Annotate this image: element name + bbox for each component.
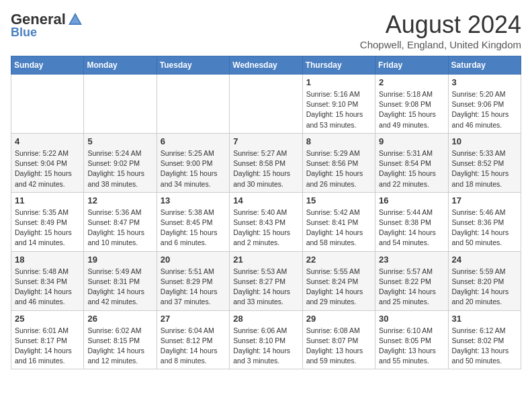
day-number: 1 [306, 77, 371, 87]
day-number: 27 [161, 314, 226, 324]
calendar-cell: 1Sunrise: 5:16 AM Sunset: 9:10 PM Daylig… [302, 75, 375, 134]
day-number: 13 [161, 195, 226, 205]
title-block: August 2024 Chopwell, England, United Ki… [360, 11, 521, 50]
day-number: 4 [15, 136, 80, 146]
location-subtitle: Chopwell, England, United Kingdom [360, 39, 521, 50]
day-number: 24 [452, 255, 517, 265]
day-detail: Sunrise: 5:51 AM Sunset: 8:29 PM Dayligh… [161, 267, 226, 308]
day-number: 23 [379, 255, 444, 265]
calendar-cell: 2Sunrise: 5:18 AM Sunset: 9:08 PM Daylig… [375, 75, 448, 134]
day-of-week-header: Monday [84, 56, 157, 75]
calendar-cell: 9Sunrise: 5:31 AM Sunset: 8:54 PM Daylig… [375, 133, 448, 192]
calendar-cell: 19Sunrise: 5:49 AM Sunset: 8:31 PM Dayli… [84, 251, 157, 310]
logo: General Blue [11, 11, 83, 40]
calendar-cell: 22Sunrise: 5:55 AM Sunset: 8:24 PM Dayli… [302, 251, 375, 310]
calendar-cell: 26Sunrise: 6:02 AM Sunset: 8:15 PM Dayli… [84, 310, 157, 369]
day-number: 17 [452, 195, 517, 205]
day-number: 16 [379, 195, 444, 205]
day-of-week-header: Friday [375, 56, 448, 75]
day-detail: Sunrise: 6:01 AM Sunset: 8:17 PM Dayligh… [15, 326, 80, 367]
day-number: 14 [233, 195, 298, 205]
day-of-week-header: Sunday [11, 56, 84, 75]
calendar-cell: 23Sunrise: 5:57 AM Sunset: 8:22 PM Dayli… [375, 251, 448, 310]
day-detail: Sunrise: 5:46 AM Sunset: 8:36 PM Dayligh… [452, 208, 517, 248]
day-detail: Sunrise: 5:18 AM Sunset: 9:08 PM Dayligh… [379, 89, 444, 130]
day-detail: Sunrise: 5:40 AM Sunset: 8:43 PM Dayligh… [233, 208, 298, 248]
day-detail: Sunrise: 5:16 AM Sunset: 9:10 PM Dayligh… [306, 89, 371, 130]
calendar-cell: 11Sunrise: 5:35 AM Sunset: 8:49 PM Dayli… [11, 192, 84, 251]
calendar-cell: 28Sunrise: 6:06 AM Sunset: 8:10 PM Dayli… [230, 310, 302, 369]
day-number: 19 [87, 255, 152, 265]
calendar-cell [11, 75, 84, 134]
day-number: 12 [87, 195, 152, 205]
calendar-cell [230, 75, 302, 134]
day-number: 31 [452, 314, 517, 324]
day-detail: Sunrise: 5:48 AM Sunset: 8:34 PM Dayligh… [15, 267, 80, 308]
day-detail: Sunrise: 5:25 AM Sunset: 9:00 PM Dayligh… [161, 148, 226, 189]
day-number: 22 [306, 255, 371, 265]
calendar-cell: 6Sunrise: 5:25 AM Sunset: 9:00 PM Daylig… [157, 133, 229, 192]
calendar-cell [157, 75, 229, 134]
calendar-cell: 31Sunrise: 6:12 AM Sunset: 8:02 PM Dayli… [448, 310, 521, 369]
calendar-cell: 7Sunrise: 5:27 AM Sunset: 8:58 PM Daylig… [230, 133, 302, 192]
day-detail: Sunrise: 6:08 AM Sunset: 8:07 PM Dayligh… [306, 326, 371, 367]
day-number: 2 [379, 77, 444, 87]
day-detail: Sunrise: 5:55 AM Sunset: 8:24 PM Dayligh… [306, 267, 371, 308]
calendar-cell: 15Sunrise: 5:42 AM Sunset: 8:41 PM Dayli… [302, 192, 375, 251]
day-number: 10 [452, 136, 517, 146]
day-number: 11 [15, 195, 80, 205]
day-number: 29 [306, 314, 371, 324]
day-detail: Sunrise: 5:57 AM Sunset: 8:22 PM Dayligh… [379, 267, 444, 308]
day-number: 20 [161, 255, 226, 265]
day-detail: Sunrise: 6:04 AM Sunset: 8:12 PM Dayligh… [161, 326, 226, 367]
logo-icon [67, 11, 83, 28]
day-detail: Sunrise: 5:24 AM Sunset: 9:02 PM Dayligh… [87, 148, 152, 189]
day-of-week-header: Saturday [448, 56, 521, 75]
day-number: 7 [233, 136, 298, 146]
calendar-cell: 21Sunrise: 5:53 AM Sunset: 8:27 PM Dayli… [230, 251, 302, 310]
day-number: 3 [452, 77, 517, 87]
calendar-cell: 8Sunrise: 5:29 AM Sunset: 8:56 PM Daylig… [302, 133, 375, 192]
day-detail: Sunrise: 5:20 AM Sunset: 9:06 PM Dayligh… [452, 89, 517, 130]
day-of-week-header: Thursday [302, 56, 375, 75]
day-number: 25 [15, 314, 80, 324]
day-number: 28 [233, 314, 298, 324]
calendar-cell: 29Sunrise: 6:08 AM Sunset: 8:07 PM Dayli… [302, 310, 375, 369]
day-detail: Sunrise: 5:44 AM Sunset: 8:38 PM Dayligh… [379, 208, 444, 248]
day-number: 9 [379, 136, 444, 146]
day-number: 6 [161, 136, 226, 146]
calendar-cell: 10Sunrise: 5:33 AM Sunset: 8:52 PM Dayli… [448, 133, 521, 192]
day-number: 30 [379, 314, 444, 324]
calendar-cell [84, 75, 157, 134]
page-header: General Blue August 2024 Chopwell, Engla… [11, 11, 521, 50]
day-detail: Sunrise: 5:59 AM Sunset: 8:20 PM Dayligh… [452, 267, 517, 308]
day-of-week-header: Wednesday [230, 56, 302, 75]
calendar-cell: 14Sunrise: 5:40 AM Sunset: 8:43 PM Dayli… [230, 192, 302, 251]
day-detail: Sunrise: 6:10 AM Sunset: 8:05 PM Dayligh… [379, 326, 444, 367]
calendar-cell: 5Sunrise: 5:24 AM Sunset: 9:02 PM Daylig… [84, 133, 157, 192]
logo-blue-text: Blue [11, 26, 37, 40]
day-number: 8 [306, 136, 371, 146]
calendar-cell: 17Sunrise: 5:46 AM Sunset: 8:36 PM Dayli… [448, 192, 521, 251]
day-detail: Sunrise: 5:33 AM Sunset: 8:52 PM Dayligh… [452, 148, 517, 189]
day-detail: Sunrise: 5:22 AM Sunset: 9:04 PM Dayligh… [15, 148, 80, 189]
day-detail: Sunrise: 6:06 AM Sunset: 8:10 PM Dayligh… [233, 326, 298, 367]
day-detail: Sunrise: 5:31 AM Sunset: 8:54 PM Dayligh… [379, 148, 444, 189]
calendar-cell: 24Sunrise: 5:59 AM Sunset: 8:20 PM Dayli… [448, 251, 521, 310]
calendar-cell: 20Sunrise: 5:51 AM Sunset: 8:29 PM Dayli… [157, 251, 229, 310]
day-detail: Sunrise: 5:42 AM Sunset: 8:41 PM Dayligh… [306, 208, 371, 248]
day-number: 21 [233, 255, 298, 265]
calendar-cell: 12Sunrise: 5:36 AM Sunset: 8:47 PM Dayli… [84, 192, 157, 251]
day-detail: Sunrise: 5:29 AM Sunset: 8:56 PM Dayligh… [306, 148, 371, 189]
day-detail: Sunrise: 6:12 AM Sunset: 8:02 PM Dayligh… [452, 326, 517, 367]
calendar-cell: 30Sunrise: 6:10 AM Sunset: 8:05 PM Dayli… [375, 310, 448, 369]
calendar-cell: 25Sunrise: 6:01 AM Sunset: 8:17 PM Dayli… [11, 310, 84, 369]
day-detail: Sunrise: 6:02 AM Sunset: 8:15 PM Dayligh… [87, 326, 152, 367]
month-title: August 2024 [360, 11, 521, 39]
day-number: 18 [15, 255, 80, 265]
calendar-table: SundayMondayTuesdayWednesdayThursdayFrid… [11, 56, 521, 369]
day-of-week-header: Tuesday [157, 56, 229, 75]
day-detail: Sunrise: 5:27 AM Sunset: 8:58 PM Dayligh… [233, 148, 298, 189]
day-detail: Sunrise: 5:53 AM Sunset: 8:27 PM Dayligh… [233, 267, 298, 308]
day-detail: Sunrise: 5:36 AM Sunset: 8:47 PM Dayligh… [87, 208, 152, 248]
